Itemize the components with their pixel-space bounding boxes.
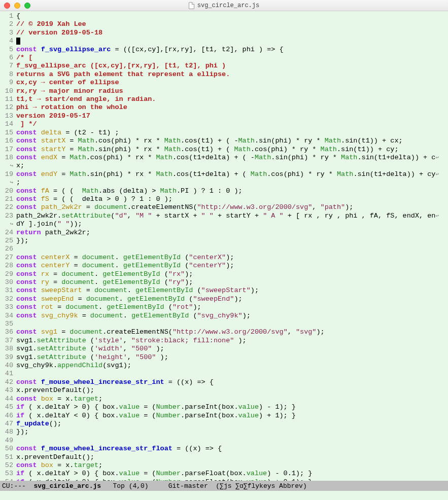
code-line[interactable]: 20const fA = ( ( Math.abs (delta) > Math… [0,187,448,195]
code-line[interactable]: 1{ [0,12,448,20]
close-button[interactable] [4,3,10,9]
code-content[interactable]: const path_2wk2r = document.createElemen… [16,203,448,211]
code-line[interactable]: 11t1,t → start/end angle, in radian. [0,95,448,103]
code-line[interactable]: 41 [0,370,448,378]
code-content[interactable]: const fA = ( ( Math.abs (delta) > Math.P… [16,187,448,195]
code-line[interactable]: 46if ( x.deltaY < 0) { box.value = (Numb… [0,412,448,420]
code-content[interactable]: ] */ [16,120,448,128]
code-line[interactable]: 15const delta = (t2 - t1) ; [0,129,448,137]
code-content[interactable] [16,437,448,445]
code-content[interactable] [16,37,448,45]
code-content[interactable]: const f_mouse_wheel_increase_str_float =… [16,445,448,453]
code-line[interactable]: 28const centerY = document. getElementBy… [0,262,448,270]
minibuffer[interactable] [0,491,448,500]
code-content[interactable]: const rot = document. getElementById ("r… [16,303,448,311]
code-line[interactable]: 25}); [0,237,448,245]
code-line[interactable]: 45if ( x.deltaY > 0) { box.value = (Numb… [0,403,448,411]
code-line[interactable]: 35 [0,320,448,328]
code-content[interactable]: return path_2wk2r; [16,229,448,237]
code-content[interactable]: if ( x.deltaY < 0) { box.value = (Number… [16,412,448,420]
code-content[interactable]: phi → rotation on the whole [16,103,448,112]
code-line[interactable]: 10rx,ry → major minor radius [0,87,448,95]
code-line[interactable]: 31const sweepStart = document. getElemen… [0,287,448,295]
code-content[interactable]: svg1.setAttribute ('height', "500" ); [16,353,448,362]
code-line[interactable]: 17const startY = Math.sin(phi) * rx * Ma… [0,146,448,154]
code-content[interactable]: cx,cy → center of ellipse [16,79,448,87]
code-line[interactable]: 21const fS = ( ( delta > 0 ) ? 1 : 0 ); [0,195,448,203]
code-content[interactable]: const svg1 = document.createElementNS("h… [16,328,448,336]
code-line[interactable]: 29const rx = document. getElementById ("… [0,270,448,278]
code-content[interactable]: // version 2019-05-18 [16,29,448,37]
code-line[interactable]: 47f_update(); [0,420,448,428]
code-line[interactable]: 13version 2019-05-17 [0,112,448,120]
code-line[interactable]: 36const svg1 = document.createElementNS(… [0,328,448,336]
code-content[interactable]: ; [16,178,448,187]
code-line[interactable]: 14 ] */ [0,120,448,128]
code-content[interactable]: const ry = document. getElementById ("ry… [16,278,448,287]
code-content[interactable]: // © 2019 Xah Lee [16,20,448,28]
code-content[interactable]: const delta = (t2 - t1) ; [16,129,448,137]
code-line[interactable]: 34const svg_chy9k = document. getElement… [0,312,448,320]
code-line[interactable]: 38svg1.setAttribute ('width', "500" ); [0,345,448,353]
code-content[interactable]: const box = x.target; [16,461,448,470]
code-content[interactable]: f_svg_ellipse_arc ([cx,cy],[rx,ry], [t1,… [16,62,448,70]
code-content[interactable]: const box = x.target; [16,395,448,403]
code-content[interactable]: const endX = Math.cos(phi) * rx * Math.c… [16,154,448,162]
code-line[interactable]: 12phi → rotation on the whole [0,103,448,112]
code-line[interactable]: 54if ( x.deltaY < 0) { box.value = (Numb… [0,478,448,481]
code-content[interactable]: const startX = Math.cos(phi) * rx * Math… [16,137,448,145]
code-content[interactable] [16,245,448,253]
code-line[interactable]: 9cx,cy → center of ellipse [0,79,448,87]
code-line[interactable]: 27const centerX = document. getElementBy… [0,254,448,262]
code-content[interactable]: version 2019-05-17 [16,112,448,120]
code-line[interactable]: 50const f_mouse_wheel_increase_str_float… [0,445,448,453]
code-line[interactable]: 53if ( x.deltaY > 0) { box.value = (Numb… [0,470,448,478]
code-content[interactable]: /* [ [16,54,448,62]
code-content[interactable]: const svg_chy9k = document. getElementBy… [16,312,448,320]
code-line[interactable]: 22const path_2wk2r = document.createElem… [0,203,448,211]
code-line[interactable]: 51x.preventDefault(); [0,453,448,461]
code-content[interactable]: }); [16,428,448,436]
code-line[interactable]: 8returns a SVG path element that represe… [0,70,448,79]
code-line[interactable]: 7f_svg_ellipse_arc ([cx,cy],[rx,ry], [t1… [0,62,448,70]
code-content[interactable] [16,370,448,378]
code-content[interactable]: f_update(); [16,420,448,428]
code-content[interactable]: }); [16,237,448,245]
code-line[interactable]: 48}); [0,428,448,436]
code-content[interactable]: { [16,12,448,20]
code-content[interactable]: x.preventDefault(); [16,386,448,395]
code-content[interactable]: path_2wk2r.setAttribute("d", "M " + star… [16,212,448,220]
code-line[interactable]: 32const sweepEnd = document. getElementB… [0,295,448,303]
code-content[interactable]: const endY = Math.sin(phi) * rx * Math.c… [16,170,448,178]
code-line[interactable]: 26 [0,245,448,253]
code-line[interactable]: 18const endX = Math.cos(phi) * rx * Math… [0,154,448,162]
code-line[interactable]: 16const startX = Math.cos(phi) * rx * Ma… [0,137,448,145]
code-line[interactable]: 23path_2wk2r.setAttribute("d", "M " + st… [0,212,448,220]
code-content[interactable]: const startY = Math.sin(phi) * rx * Math… [16,146,448,154]
code-content[interactable]: const sweepStart = document. getElementB… [16,287,448,295]
code-content[interactable]: if ( x.deltaY > 0) { box.value = (Number… [16,403,448,411]
code-content[interactable]: x; [16,162,448,170]
code-line[interactable]: 39svg1.setAttribute ('height', "500" ); [0,353,448,362]
code-content[interactable]: const fS = ( ( delta > 0 ) ? 1 : 0 ); [16,195,448,203]
code-line-continuation[interactable]: dY ].join(" ")); [0,220,448,228]
code-content[interactable]: const sweepEnd = document. getElementByI… [16,295,448,303]
code-content[interactable]: returns a SVG path element that represen… [16,70,448,79]
code-content[interactable]: if ( x.deltaY < 0) { box.value = (Number… [16,478,448,481]
code-content[interactable]: dY ].join(" ")); [16,220,448,228]
code-line[interactable]: 19const endY = Math.sin(phi) * rx * Math… [0,170,448,178]
editor-area[interactable]: 1{2// © 2019 Xah Lee3// version 2019-05-… [0,11,448,481]
code-line[interactable]: 3// version 2019-05-18 [0,29,448,37]
code-content[interactable]: rx,ry → major minor radius [16,87,448,95]
code-line-continuation[interactable]: ; [0,178,448,187]
code-content[interactable]: const rx = document. getElementById ("rx… [16,270,448,278]
code-line[interactable]: 24return path_2wk2r; [0,229,448,237]
code-line[interactable]: 2// © 2019 Xah Lee [0,20,448,28]
code-line[interactable]: 49 [0,437,448,445]
minimize-button[interactable] [14,3,20,9]
code-content[interactable]: svg1.setAttribute ('width', "500" ); [16,345,448,353]
code-content[interactable]: if ( x.deltaY > 0) { box.value = (Number… [16,470,448,478]
code-line[interactable]: 43x.preventDefault(); [0,386,448,395]
code-content[interactable]: const f_mouse_wheel_increase_str_int = (… [16,378,448,386]
code-content[interactable]: svg_chy9k.appendChild(svg1); [16,362,448,370]
